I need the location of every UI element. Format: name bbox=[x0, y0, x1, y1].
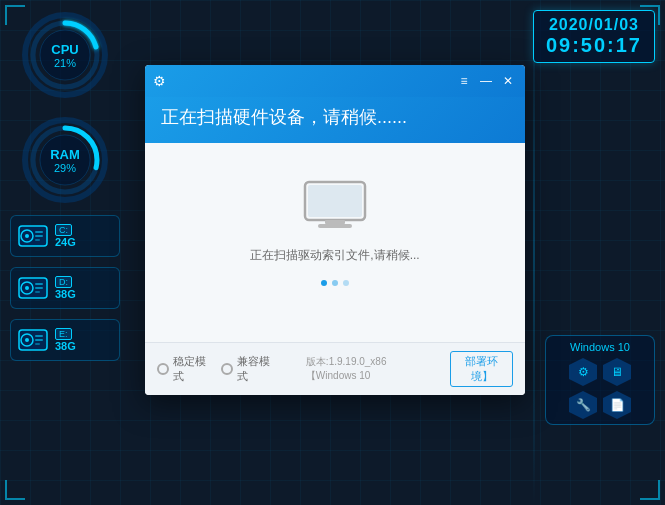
disk-e-letter: E: bbox=[55, 328, 72, 340]
window-title-main: 正在扫描硬件设备，请稍候...... bbox=[161, 107, 407, 127]
menu-button[interactable]: ≡ bbox=[455, 72, 473, 90]
win10-label: Windows 10 bbox=[570, 341, 630, 353]
disk-e-size: 38G bbox=[55, 340, 76, 352]
svg-rect-18 bbox=[35, 287, 43, 289]
svg-rect-28 bbox=[325, 220, 345, 224]
corner-br bbox=[640, 480, 660, 500]
datetime-box: 2020/01/03 09:50:17 bbox=[533, 10, 655, 63]
cpu-gauge: CPU 21% bbox=[20, 10, 110, 100]
disk-d-letter: D: bbox=[55, 276, 72, 288]
cpu-gauge-label: CPU 21% bbox=[51, 42, 78, 69]
dot-1 bbox=[321, 280, 327, 286]
radio-group: 稳定模式 兼容模式 bbox=[157, 354, 274, 384]
svg-rect-24 bbox=[35, 339, 43, 341]
titlebar-controls: ≡ — ✕ bbox=[455, 72, 517, 90]
ram-gauge-label: RAM 29% bbox=[50, 147, 80, 174]
disk-c: C: 24G bbox=[10, 215, 120, 257]
svg-rect-23 bbox=[35, 335, 43, 337]
svg-rect-17 bbox=[35, 283, 43, 285]
dot-2 bbox=[332, 280, 338, 286]
window-header: 正在扫描硬件设备，请稍候...... bbox=[145, 97, 525, 143]
hex-icon-4: 📄 bbox=[603, 391, 631, 419]
minimize-button[interactable]: — bbox=[477, 72, 495, 90]
left-panel: CPU 21% RAM 29% C: 24G bbox=[0, 0, 130, 505]
disk-e-info: E: 38G bbox=[55, 328, 76, 352]
radio-stable-label: 稳定模式 bbox=[173, 354, 209, 384]
window-titlebar: ⚙ ≡ — ✕ bbox=[145, 65, 525, 97]
ram-value: 29% bbox=[50, 162, 80, 174]
win10-badge: Windows 10 ⚙ 🖥 🔧 📄 bbox=[545, 335, 655, 425]
radio-compat-label: 兼容模式 bbox=[237, 354, 273, 384]
disk-c-letter: C: bbox=[55, 224, 72, 236]
radio-stable-circle bbox=[157, 363, 169, 375]
window-app-icon: ⚙ bbox=[153, 73, 169, 89]
window-footer: 稳定模式 兼容模式 版本:1.9.19.0_x86【Windows 10 部署环… bbox=[145, 342, 525, 395]
right-deco bbox=[533, 0, 535, 505]
svg-rect-25 bbox=[35, 343, 40, 345]
svg-point-10 bbox=[25, 234, 29, 238]
disk-d-size: 38G bbox=[55, 288, 76, 300]
win10-icons: ⚙ 🖥 bbox=[569, 358, 631, 386]
hex-icon-2: 🖥 bbox=[603, 358, 631, 386]
svg-point-16 bbox=[25, 286, 29, 290]
hex-icon-3: 🔧 bbox=[569, 391, 597, 419]
time-display: 09:50:17 bbox=[546, 34, 642, 57]
disk-c-size: 24G bbox=[55, 236, 76, 248]
loading-dots bbox=[321, 280, 349, 286]
radio-stable[interactable]: 稳定模式 bbox=[157, 354, 209, 384]
svg-rect-13 bbox=[35, 239, 40, 241]
radio-compat[interactable]: 兼容模式 bbox=[221, 354, 273, 384]
version-text: 版本:1.9.19.0_x86【Windows 10 bbox=[306, 355, 434, 383]
date-display: 2020/01/03 bbox=[546, 16, 642, 34]
ram-gauge: RAM 29% bbox=[20, 115, 110, 205]
close-button[interactable]: ✕ bbox=[499, 72, 517, 90]
disk-e: E: 38G bbox=[10, 319, 120, 361]
monitor-svg-icon bbox=[300, 180, 370, 235]
svg-rect-29 bbox=[318, 224, 352, 228]
disk-c-info: C: 24G bbox=[55, 224, 76, 248]
window-body: 正在扫描驱动索引文件,请稍候... bbox=[145, 143, 525, 342]
radio-compat-circle bbox=[221, 363, 233, 375]
cpu-title: CPU bbox=[51, 42, 78, 57]
dot-3 bbox=[343, 280, 349, 286]
win10-icons-2: 🔧 📄 bbox=[569, 391, 631, 419]
main-window: ⚙ ≡ — ✕ 正在扫描硬件设备，请稍候...... 正在扫描驱动索引文件,请稍… bbox=[145, 65, 525, 395]
deploy-button[interactable]: 部署环境】 bbox=[450, 351, 513, 387]
disk-d: D: 38G bbox=[10, 267, 120, 309]
svg-rect-12 bbox=[35, 235, 43, 237]
datetime-panel: 2020/01/03 09:50:17 bbox=[533, 10, 655, 63]
scan-subtext: 正在扫描驱动索引文件,请稍候... bbox=[250, 247, 419, 264]
svg-rect-11 bbox=[35, 231, 43, 233]
disk-d-info: D: 38G bbox=[55, 276, 76, 300]
hex-icon-1: ⚙ bbox=[569, 358, 597, 386]
svg-point-22 bbox=[25, 338, 29, 342]
svg-rect-27 bbox=[308, 185, 362, 217]
ram-title: RAM bbox=[50, 147, 80, 162]
svg-rect-19 bbox=[35, 291, 40, 293]
cpu-value: 21% bbox=[51, 57, 78, 69]
